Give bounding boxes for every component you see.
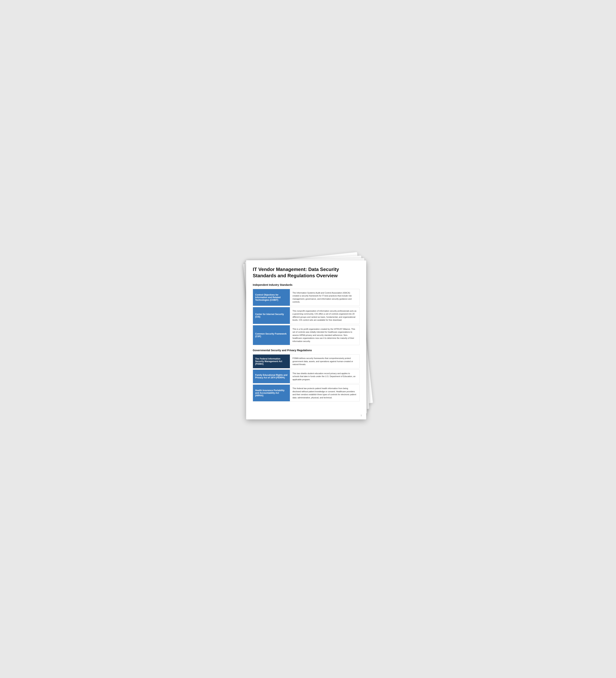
section2-heading: Governmental Security and Privacy Regula…	[253, 349, 359, 352]
table-row: Center for Internet Security (CIS) This …	[253, 307, 359, 324]
main-page: IT Vendor Management: Data Security Stan…	[246, 260, 366, 419]
table-row: The Federal Information Security Managem…	[253, 354, 359, 368]
document-stack: U.S. NIST Ins Tec NIST 800 Pub Inst SAS …	[245, 258, 371, 420]
row-label: Health Insurance Portability and Account…	[253, 385, 290, 401]
row-label: Family Educational Rights and Privacy Ac…	[253, 370, 290, 383]
table-row: Common Security Framework (CSF) This is …	[253, 325, 359, 345]
row-label: Common Security Framework (CSF)	[253, 325, 290, 345]
table-row: Family Educational Rights and Privacy Ac…	[253, 370, 359, 383]
row-label: The Federal Information Security Managem…	[253, 354, 290, 368]
section1-heading: Independent Industry Standards	[253, 284, 359, 286]
row-text: This federal law protects patient health…	[290, 385, 359, 401]
row-text: The Information Systems Audit and Contro…	[290, 289, 359, 306]
table-row: Health Insurance Portability and Account…	[253, 384, 359, 402]
page-title: IT Vendor Management: Data Security Stan…	[253, 266, 359, 279]
row-text: This nonprofit organization of informati…	[290, 307, 359, 324]
row-label: Control Objectives for Information and R…	[253, 289, 290, 306]
page-number: 1	[361, 414, 362, 416]
row-label: Center for Internet Security (CIS)	[253, 307, 290, 324]
row-text: FISMA defines security frameworks that c…	[290, 354, 359, 368]
row-text: This law shields student education recor…	[290, 370, 359, 383]
row-text: This is a for-profit organization create…	[290, 325, 359, 345]
table-row: Control Objectives for Information and R…	[253, 289, 359, 306]
